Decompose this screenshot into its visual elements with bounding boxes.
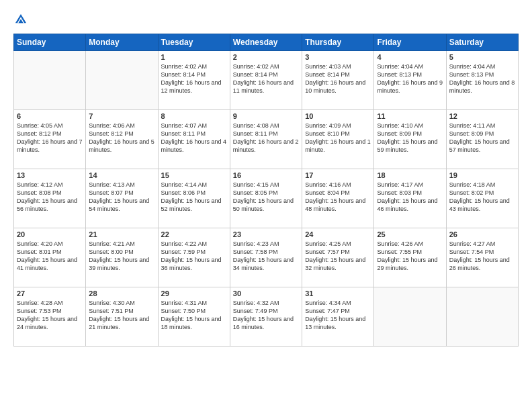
empty-cell bbox=[446, 287, 518, 347]
day-number: 22 bbox=[161, 230, 227, 238]
day-cell-16: 16Sunrise: 4:15 AM Sunset: 8:05 PM Dayli… bbox=[230, 169, 302, 228]
day-cell-6: 6Sunrise: 4:05 AM Sunset: 8:12 PM Daylig… bbox=[14, 110, 86, 169]
day-number: 24 bbox=[305, 230, 371, 238]
logo-icon bbox=[13, 12, 28, 27]
day-cell-4: 4Sunrise: 4:04 AM Sunset: 8:13 PM Daylig… bbox=[374, 51, 446, 110]
day-info: Sunrise: 4:16 AM Sunset: 8:04 PM Dayligh… bbox=[305, 181, 371, 214]
day-cell-19: 19Sunrise: 4:18 AM Sunset: 8:02 PM Dayli… bbox=[446, 169, 518, 228]
day-number: 31 bbox=[305, 289, 371, 298]
calendar: SundayMondayTuesdayWednesdayThursdayFrid… bbox=[13, 34, 519, 347]
header bbox=[13, 12, 519, 27]
weekday-wednesday: Wednesday bbox=[230, 34, 302, 51]
day-info: Sunrise: 4:05 AM Sunset: 8:12 PM Dayligh… bbox=[17, 122, 83, 154]
day-cell-1: 1Sunrise: 4:02 AM Sunset: 8:14 PM Daylig… bbox=[158, 51, 230, 110]
day-info: Sunrise: 4:10 AM Sunset: 8:09 PM Dayligh… bbox=[377, 122, 443, 154]
day-info: Sunrise: 4:04 AM Sunset: 8:13 PM Dayligh… bbox=[377, 62, 443, 95]
day-cell-3: 3Sunrise: 4:03 AM Sunset: 8:14 PM Daylig… bbox=[302, 51, 374, 110]
day-cell-10: 10Sunrise: 4:09 AM Sunset: 8:10 PM Dayli… bbox=[302, 110, 374, 169]
day-cell-11: 11Sunrise: 4:10 AM Sunset: 8:09 PM Dayli… bbox=[374, 110, 446, 169]
day-info: Sunrise: 4:03 AM Sunset: 8:14 PM Dayligh… bbox=[305, 62, 371, 95]
day-info: Sunrise: 4:11 AM Sunset: 8:09 PM Dayligh… bbox=[449, 122, 515, 154]
day-number: 13 bbox=[17, 171, 83, 179]
day-cell-24: 24Sunrise: 4:25 AM Sunset: 7:57 PM Dayli… bbox=[302, 228, 374, 287]
day-number: 17 bbox=[305, 171, 371, 179]
week-row-4: 20Sunrise: 4:20 AM Sunset: 8:01 PM Dayli… bbox=[14, 228, 519, 287]
week-row-5: 27Sunrise: 4:28 AM Sunset: 7:53 PM Dayli… bbox=[14, 287, 519, 347]
day-info: Sunrise: 4:14 AM Sunset: 8:06 PM Dayligh… bbox=[161, 181, 227, 214]
day-cell-17: 17Sunrise: 4:16 AM Sunset: 8:04 PM Dayli… bbox=[302, 169, 374, 228]
day-number: 3 bbox=[305, 53, 371, 61]
page: SundayMondayTuesdayWednesdayThursdayFrid… bbox=[0, 0, 532, 411]
day-info: Sunrise: 4:26 AM Sunset: 7:55 PM Dayligh… bbox=[377, 240, 443, 273]
day-number: 25 bbox=[377, 230, 443, 238]
day-cell-9: 9Sunrise: 4:08 AM Sunset: 8:11 PM Daylig… bbox=[230, 110, 302, 169]
day-info: Sunrise: 4:31 AM Sunset: 7:50 PM Dayligh… bbox=[161, 299, 227, 332]
day-number: 28 bbox=[89, 289, 154, 298]
day-cell-28: 28Sunrise: 4:30 AM Sunset: 7:51 PM Dayli… bbox=[86, 287, 158, 347]
day-number: 27 bbox=[17, 289, 83, 298]
day-cell-21: 21Sunrise: 4:21 AM Sunset: 8:00 PM Dayli… bbox=[86, 228, 158, 287]
day-cell-14: 14Sunrise: 4:13 AM Sunset: 8:07 PM Dayli… bbox=[86, 169, 158, 228]
day-number: 16 bbox=[233, 171, 299, 179]
day-number: 21 bbox=[89, 230, 154, 238]
day-cell-31: 31Sunrise: 4:34 AM Sunset: 7:47 PM Dayli… bbox=[302, 287, 374, 347]
day-cell-5: 5Sunrise: 4:04 AM Sunset: 8:13 PM Daylig… bbox=[446, 51, 518, 110]
day-info: Sunrise: 4:18 AM Sunset: 8:02 PM Dayligh… bbox=[449, 181, 515, 214]
empty-cell bbox=[86, 51, 158, 110]
day-cell-27: 27Sunrise: 4:28 AM Sunset: 7:53 PM Dayli… bbox=[14, 287, 86, 347]
day-cell-15: 15Sunrise: 4:14 AM Sunset: 8:06 PM Dayli… bbox=[158, 169, 230, 228]
week-row-1: 1Sunrise: 4:02 AM Sunset: 8:14 PM Daylig… bbox=[14, 51, 519, 110]
day-info: Sunrise: 4:30 AM Sunset: 7:51 PM Dayligh… bbox=[89, 299, 154, 332]
day-info: Sunrise: 4:25 AM Sunset: 7:57 PM Dayligh… bbox=[305, 240, 371, 273]
day-number: 12 bbox=[449, 112, 515, 120]
empty-cell bbox=[14, 51, 86, 110]
day-number: 1 bbox=[161, 53, 227, 61]
day-cell-8: 8Sunrise: 4:07 AM Sunset: 8:11 PM Daylig… bbox=[158, 110, 230, 169]
day-number: 7 bbox=[89, 112, 154, 120]
day-number: 23 bbox=[233, 230, 299, 238]
day-cell-12: 12Sunrise: 4:11 AM Sunset: 8:09 PM Dayli… bbox=[446, 110, 518, 169]
day-number: 10 bbox=[305, 112, 371, 120]
day-info: Sunrise: 4:02 AM Sunset: 8:14 PM Dayligh… bbox=[161, 62, 227, 95]
day-number: 2 bbox=[233, 53, 299, 61]
day-number: 6 bbox=[17, 112, 83, 120]
day-info: Sunrise: 4:28 AM Sunset: 7:53 PM Dayligh… bbox=[17, 299, 83, 332]
day-info: Sunrise: 4:15 AM Sunset: 8:05 PM Dayligh… bbox=[233, 181, 299, 214]
day-number: 30 bbox=[233, 289, 299, 298]
day-info: Sunrise: 4:02 AM Sunset: 8:14 PM Dayligh… bbox=[233, 62, 299, 95]
day-cell-13: 13Sunrise: 4:12 AM Sunset: 8:08 PM Dayli… bbox=[14, 169, 86, 228]
weekday-friday: Friday bbox=[374, 34, 446, 51]
day-number: 29 bbox=[161, 289, 227, 298]
calendar-body: 1Sunrise: 4:02 AM Sunset: 8:14 PM Daylig… bbox=[14, 51, 519, 347]
weekday-sunday: Sunday bbox=[14, 34, 86, 51]
weekday-thursday: Thursday bbox=[302, 34, 374, 51]
day-info: Sunrise: 4:08 AM Sunset: 8:11 PM Dayligh… bbox=[233, 122, 299, 154]
day-number: 9 bbox=[233, 112, 299, 120]
day-cell-18: 18Sunrise: 4:17 AM Sunset: 8:03 PM Dayli… bbox=[374, 169, 446, 228]
weekday-header-row: SundayMondayTuesdayWednesdayThursdayFrid… bbox=[14, 34, 519, 51]
day-number: 4 bbox=[377, 53, 443, 61]
day-info: Sunrise: 4:32 AM Sunset: 7:49 PM Dayligh… bbox=[233, 299, 299, 332]
weekday-saturday: Saturday bbox=[446, 34, 518, 51]
day-info: Sunrise: 4:09 AM Sunset: 8:10 PM Dayligh… bbox=[305, 122, 371, 154]
day-cell-23: 23Sunrise: 4:23 AM Sunset: 7:58 PM Dayli… bbox=[230, 228, 302, 287]
day-info: Sunrise: 4:27 AM Sunset: 7:54 PM Dayligh… bbox=[449, 240, 515, 273]
day-info: Sunrise: 4:22 AM Sunset: 7:59 PM Dayligh… bbox=[161, 240, 227, 273]
day-info: Sunrise: 4:07 AM Sunset: 8:11 PM Dayligh… bbox=[161, 122, 227, 154]
day-info: Sunrise: 4:21 AM Sunset: 8:00 PM Dayligh… bbox=[89, 240, 154, 273]
day-cell-22: 22Sunrise: 4:22 AM Sunset: 7:59 PM Dayli… bbox=[158, 228, 230, 287]
day-number: 18 bbox=[377, 171, 443, 179]
day-info: Sunrise: 4:34 AM Sunset: 7:47 PM Dayligh… bbox=[305, 299, 371, 332]
day-cell-30: 30Sunrise: 4:32 AM Sunset: 7:49 PM Dayli… bbox=[230, 287, 302, 347]
day-info: Sunrise: 4:13 AM Sunset: 8:07 PM Dayligh… bbox=[89, 181, 154, 214]
day-cell-2: 2Sunrise: 4:02 AM Sunset: 8:14 PM Daylig… bbox=[230, 51, 302, 110]
weekday-tuesday: Tuesday bbox=[158, 34, 230, 51]
day-number: 8 bbox=[161, 112, 227, 120]
day-number: 26 bbox=[449, 230, 515, 238]
day-info: Sunrise: 4:17 AM Sunset: 8:03 PM Dayligh… bbox=[377, 181, 443, 214]
day-cell-29: 29Sunrise: 4:31 AM Sunset: 7:50 PM Dayli… bbox=[158, 287, 230, 347]
day-cell-7: 7Sunrise: 4:06 AM Sunset: 8:12 PM Daylig… bbox=[86, 110, 158, 169]
day-cell-20: 20Sunrise: 4:20 AM Sunset: 8:01 PM Dayli… bbox=[14, 228, 86, 287]
day-info: Sunrise: 4:06 AM Sunset: 8:12 PM Dayligh… bbox=[89, 122, 154, 154]
week-row-3: 13Sunrise: 4:12 AM Sunset: 8:08 PM Dayli… bbox=[14, 169, 519, 228]
